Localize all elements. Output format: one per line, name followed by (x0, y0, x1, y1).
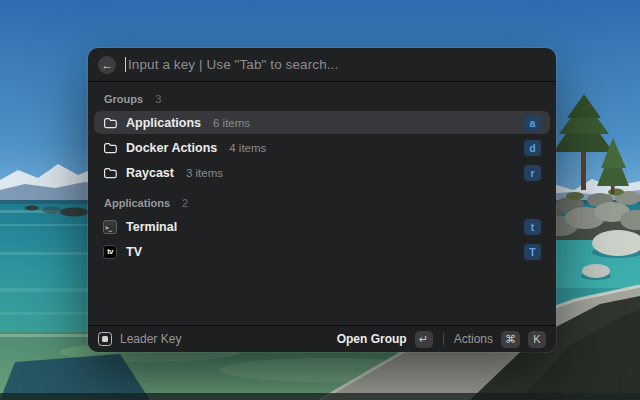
item-label: Terminal (126, 220, 177, 234)
search-bar: ← Input a key | Use "Tab" to search... (88, 48, 556, 82)
open-group-button[interactable]: Open Group (337, 332, 407, 346)
section-title: Groups (104, 93, 143, 105)
item-label: Docker Actions (126, 141, 217, 155)
key-badge: t (524, 219, 541, 235)
item-label: Raycast (126, 166, 174, 180)
leader-key-window: ← Input a key | Use "Tab" to search... G… (88, 48, 556, 352)
item-detail: 6 items (213, 117, 250, 129)
item-detail: 4 items (229, 142, 266, 154)
desktop: ← Input a key | Use "Tab" to search... G… (0, 0, 640, 400)
key-badge: a (524, 115, 541, 131)
folder-icon (103, 166, 117, 180)
section-count: 3 (155, 93, 161, 105)
list-item-terminal-app[interactable]: >_ Terminal t (94, 215, 550, 238)
item-label: TV (126, 245, 142, 259)
item-label: Applications (126, 116, 201, 130)
folder-icon (103, 116, 117, 130)
command-key-icon: ⌘ (501, 331, 520, 348)
item-detail: 3 items (186, 167, 223, 179)
list-item-applications-group[interactable]: Applications 6 items a (94, 111, 550, 134)
search-placeholder: Input a key | Use "Tab" to search... (128, 57, 338, 72)
section-title: Applications (104, 197, 170, 209)
return-key-icon: ↵ (415, 331, 433, 348)
section-header-groups: Groups 3 (94, 86, 550, 111)
footer-divider (443, 333, 444, 345)
back-button[interactable]: ← (98, 56, 116, 74)
list-item-raycast-group[interactable]: Raycast 3 items r (94, 161, 550, 184)
text-caret (125, 57, 126, 72)
folder-icon (103, 141, 117, 155)
search-input[interactable]: Input a key | Use "Tab" to search... (125, 48, 546, 81)
key-badge: d (524, 140, 541, 156)
list-item-docker-actions-group[interactable]: Docker Actions 4 items d (94, 136, 550, 159)
results-list: Groups 3 Applications 6 items a (88, 82, 556, 325)
key-badge: T (524, 244, 541, 260)
section-header-applications: Applications 2 (94, 190, 550, 215)
leader-key-logo-icon (98, 332, 112, 346)
terminal-app-icon: >_ (103, 220, 117, 234)
actions-button[interactable]: Actions (454, 332, 493, 346)
status-bar: Leader Key Open Group ↵ Actions ⌘ K (88, 325, 556, 352)
key-badge: r (524, 165, 541, 181)
k-key-icon: K (528, 331, 546, 348)
tv-app-icon: tv (103, 245, 117, 259)
list-item-tv-app[interactable]: tv TV T (94, 240, 550, 263)
section-count: 2 (182, 197, 188, 209)
app-name: Leader Key (120, 332, 181, 346)
